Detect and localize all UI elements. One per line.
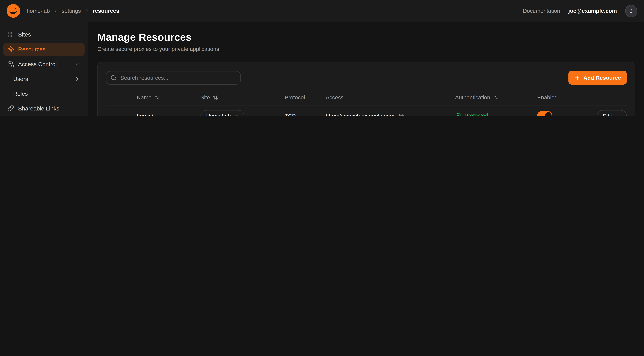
sidebar-item-label: Roles <box>13 90 28 97</box>
breadcrumb: home-lab settings resources <box>27 8 119 14</box>
sidebar-item-roles[interactable]: Roles <box>3 87 84 100</box>
edit-label: Edit <box>603 113 612 116</box>
breadcrumb-settings[interactable]: settings <box>62 8 81 14</box>
sidebar-item-shareable-links[interactable]: Shareable Links <box>3 102 84 115</box>
main-content: Manage Resources Create secure proxies t… <box>88 22 644 116</box>
column-header-name[interactable]: Name <box>137 94 200 100</box>
column-header-enabled: Enabled <box>537 94 593 100</box>
column-label: Protocol <box>284 94 305 100</box>
column-header-access: Access <box>326 94 455 100</box>
protocol-value: TCP <box>284 113 326 116</box>
sidebar-item-label: Access Control <box>18 61 57 68</box>
table-header: Name Site Protocol Access Authenticati <box>106 90 627 105</box>
column-label: Authentication <box>455 94 490 100</box>
toggle-knob <box>545 112 552 116</box>
auth-label: Protected <box>464 112 488 116</box>
site-name: Home Lab <box>206 113 231 116</box>
search-wrap <box>106 71 240 84</box>
site-link-button[interactable]: Home Lab <box>200 110 244 116</box>
add-resource-label: Add Resource <box>584 74 621 81</box>
sort-icon <box>493 95 498 100</box>
resources-card: Add Resource Name Site Protocol <box>97 62 636 116</box>
add-resource-button[interactable]: Add Resource <box>569 70 627 84</box>
column-label: Enabled <box>537 94 558 100</box>
sidebar-item-users[interactable]: Users <box>3 72 84 86</box>
table-body: Immich Home Lab TCP https://immich.examp… <box>106 105 627 116</box>
column-label: Access <box>326 94 344 100</box>
copy-icon <box>399 113 405 116</box>
topbar: home-lab settings resources Documentatio… <box>0 0 644 22</box>
sidebar-item-label: Shareable Links <box>18 105 59 112</box>
users-icon <box>8 61 14 68</box>
sidebar-item-label: Sites <box>18 31 31 38</box>
chevron-right-icon <box>74 76 80 82</box>
auth-status: Protected <box>455 112 488 116</box>
breadcrumb-chevron-icon <box>84 8 90 14</box>
search-input[interactable] <box>106 71 240 84</box>
sidebar-item-resources[interactable]: Resources <box>3 43 84 56</box>
app-logo[interactable] <box>6 4 20 18</box>
page-subtitle: Create secure proxies to your private ap… <box>97 46 636 52</box>
sidebar-item-label: Users <box>13 76 28 82</box>
grid-icon <box>8 31 14 38</box>
column-header-protocol: Protocol <box>284 94 326 100</box>
sort-icon <box>213 95 218 100</box>
documentation-link[interactable]: Documentation <box>523 8 560 14</box>
search-icon <box>110 74 117 81</box>
column-header-authentication[interactable]: Authentication <box>455 94 537 100</box>
column-label: Name <box>137 94 152 100</box>
sidebar-nav: Sites Resources Access Control Users Rol… <box>0 22 88 116</box>
breadcrumb-org[interactable]: home-lab <box>27 8 50 14</box>
copy-button[interactable] <box>398 112 406 116</box>
arrow-right-icon <box>615 113 621 116</box>
topbar-right: Documentation joe@example.com J <box>523 5 638 17</box>
user-email[interactable]: joe@example.com <box>568 8 617 14</box>
ellipsis-icon <box>118 113 125 116</box>
arrow-up-right-icon <box>234 114 239 116</box>
sort-icon <box>154 95 160 100</box>
sidebar: Sites Resources Access Control Users Rol… <box>0 22 88 116</box>
link-icon <box>8 105 14 112</box>
column-label: Site <box>200 94 210 100</box>
plus-icon <box>574 74 580 81</box>
app-window: home-lab settings resources Documentatio… <box>0 0 644 116</box>
table-toolbar: Add Resource <box>106 70 627 84</box>
pangolin-logo-icon <box>6 4 20 18</box>
row-menu-button[interactable] <box>116 111 126 116</box>
enabled-toggle[interactable] <box>537 111 552 116</box>
page-title: Manage Resources <box>97 31 636 43</box>
sidebar-item-label: Resources <box>18 46 46 52</box>
edit-button[interactable]: Edit <box>596 110 627 116</box>
sidebar-item-sites[interactable]: Sites <box>3 28 84 41</box>
chevron-down-icon <box>74 61 80 67</box>
shield-check-icon <box>455 112 461 116</box>
waypoints-icon <box>8 46 14 52</box>
resource-name: Immich <box>137 113 200 116</box>
sidebar-item-access-control[interactable]: Access Control <box>3 58 84 70</box>
table-row: Immich Home Lab TCP https://immich.examp… <box>106 105 627 116</box>
access-url: https://immich.example.com <box>326 113 394 116</box>
avatar[interactable]: J <box>625 5 638 17</box>
breadcrumb-chevron-icon <box>53 8 58 14</box>
column-header-site[interactable]: Site <box>200 94 284 100</box>
breadcrumb-current: resources <box>93 8 119 14</box>
